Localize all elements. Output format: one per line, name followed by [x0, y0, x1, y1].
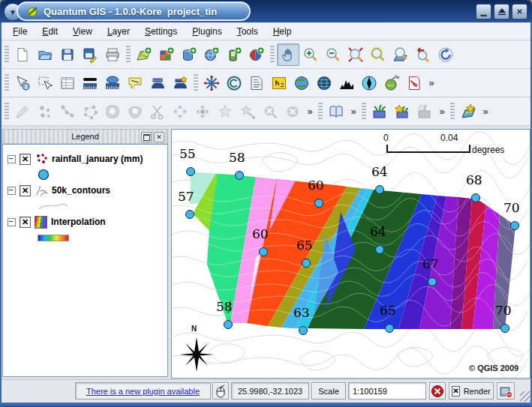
toolbar-overflow-button[interactable]: »	[479, 106, 491, 117]
plugin-link[interactable]: There is a new plugin available	[86, 387, 200, 396]
geoprocessing-button[interactable]	[290, 72, 313, 94]
layer-item-rainfall[interactable]: ✕ rainfall_january (mm)	[8, 151, 167, 167]
print-composer-button[interactable]	[101, 43, 124, 66]
menu-layer[interactable]: Layer	[101, 25, 137, 38]
zoom-in-button[interactable]	[299, 43, 322, 66]
identify-features-button[interactable]	[11, 72, 34, 94]
toolbar-handle[interactable]	[450, 103, 455, 121]
render-toggle[interactable]: ✕ Render	[449, 382, 494, 400]
message-log-button[interactable]	[497, 382, 515, 400]
menu-help[interactable]: Help	[266, 25, 299, 38]
select-features-button[interactable]	[34, 72, 56, 94]
grass-close-mapset-button[interactable]	[413, 100, 436, 123]
add-island-button[interactable]	[124, 100, 146, 123]
open-attribute-table-button[interactable]	[56, 72, 79, 94]
menu-edit[interactable]: Edit	[35, 25, 65, 38]
refresh-map-button[interactable]	[434, 43, 457, 66]
toolbar-handle[interactable]	[270, 46, 275, 64]
map-canvas[interactable]: 0 0.04 degrees N © QGIS 2009 55 58 60 64…	[171, 129, 530, 379]
export-pdf-button[interactable]	[403, 72, 425, 94]
north-arrow-button[interactable]	[358, 72, 380, 94]
toolbar-overflow-button[interactable]: »	[436, 106, 448, 117]
layer-checkbox[interactable]: ✕	[20, 185, 31, 196]
resize-grip[interactable]	[520, 391, 530, 402]
collapse-icon[interactable]	[8, 155, 16, 163]
split-features-button[interactable]	[146, 100, 169, 123]
gdal-tools-button[interactable]	[380, 72, 403, 94]
dock-close-button[interactable]: ✕	[154, 132, 164, 142]
histogram-button[interactable]	[335, 72, 358, 94]
simplify-feature-button[interactable]	[214, 100, 236, 123]
zoom-out-button[interactable]	[322, 43, 344, 66]
dock-float-button[interactable]	[141, 132, 152, 142]
render-checkbox[interactable]: ✕	[452, 386, 459, 397]
menu-view[interactable]: View	[66, 25, 99, 38]
toolbar-overflow-button[interactable]: »	[347, 106, 359, 117]
toolbar-handle[interactable]	[318, 103, 323, 121]
menu-tools[interactable]: Tools	[230, 25, 265, 38]
grass-new-mapset-button[interactable]	[391, 100, 413, 123]
pan-map-button[interactable]	[277, 43, 299, 66]
toggle-editing-button[interactable]	[11, 100, 34, 123]
toolbar-overflow-button[interactable]: »	[304, 106, 316, 117]
capture-polygon-button[interactable]	[79, 100, 101, 123]
close-button[interactable]: ✕	[512, 4, 527, 19]
title-bar[interactable]: ▼ Quantum GIS - 1.0.0-Kore project_tin ▁…	[0, 0, 532, 22]
delete-ring-button[interactable]	[236, 100, 259, 123]
add-postgis-layer-button[interactable]	[178, 43, 200, 66]
help-contents-button[interactable]	[325, 100, 347, 123]
add-ring-button[interactable]	[101, 100, 124, 123]
copyright-label-button[interactable]	[223, 72, 245, 94]
toolbar-handle[interactable]	[194, 74, 198, 92]
map-tips-button[interactable]	[124, 72, 146, 94]
capture-point-button[interactable]	[34, 100, 56, 123]
menu-settings[interactable]: Settings	[138, 25, 184, 38]
add-wms-layer-button[interactable]	[200, 43, 223, 66]
zoom-to-selection-button[interactable]	[367, 43, 389, 66]
add-gps-layer-button[interactable]	[223, 43, 245, 66]
show-bookmarks-button[interactable]	[146, 72, 169, 94]
legend-titlebar[interactable]: Legend ✕	[2, 129, 168, 144]
coordinate-toggle-button[interactable]	[212, 382, 229, 400]
menu-file[interactable]: File	[6, 25, 34, 38]
plugin-notification[interactable]: There is a new plugin available	[75, 382, 211, 400]
open-project-button[interactable]	[34, 43, 56, 66]
toolbar-handle[interactable]	[5, 103, 9, 121]
zoom-full-button[interactable]	[344, 43, 367, 66]
layer-checkbox[interactable]: ✕	[20, 217, 31, 228]
toolbar-handle[interactable]	[5, 46, 9, 64]
toolbar-handle[interactable]	[126, 46, 131, 64]
new-bookmark-button[interactable]	[169, 72, 191, 94]
save-project-button[interactable]	[56, 43, 79, 66]
delete-selected-button[interactable]	[281, 100, 304, 123]
move-feature-button[interactable]	[169, 100, 191, 123]
measure-line-button[interactable]	[79, 72, 101, 94]
zoom-to-layer-button[interactable]	[389, 43, 412, 66]
measure-area-button[interactable]	[101, 72, 124, 94]
label-tool-button[interactable]	[268, 72, 290, 94]
toolbar-overflow-button[interactable]: »	[425, 77, 437, 88]
text-annotation-button[interactable]	[245, 72, 268, 94]
grass-open-mapset-button[interactable]	[368, 100, 391, 123]
collapse-icon[interactable]	[8, 187, 16, 195]
node-tool-button[interactable]	[200, 72, 223, 94]
menu-plugins[interactable]: Plugins	[185, 25, 228, 38]
move-vertex-button[interactable]	[191, 100, 214, 123]
maximize-button[interactable]	[494, 4, 509, 19]
add-vector-layer-button[interactable]	[133, 43, 155, 66]
add-wfs-layer-button[interactable]	[245, 43, 268, 66]
stop-render-button[interactable]	[429, 382, 446, 400]
delete-part-button[interactable]	[259, 100, 281, 123]
layer-checkbox[interactable]: ✕	[20, 154, 31, 165]
projection-button[interactable]	[313, 72, 335, 94]
toolbar-handle[interactable]	[362, 103, 366, 121]
new-project-button[interactable]	[11, 43, 34, 66]
layer-item-interpolation[interactable]: ✕ Interpolation	[8, 214, 167, 230]
layer-item-contours[interactable]: ✕ 50k_contours	[8, 182, 167, 199]
capture-line-button[interactable]	[56, 100, 79, 123]
zoom-last-button[interactable]	[412, 43, 434, 66]
add-raster-layer-button[interactable]	[155, 43, 178, 66]
scale-input[interactable]	[348, 382, 426, 400]
minimize-button[interactable]: ▁	[476, 4, 491, 19]
collapse-icon[interactable]	[8, 218, 16, 226]
